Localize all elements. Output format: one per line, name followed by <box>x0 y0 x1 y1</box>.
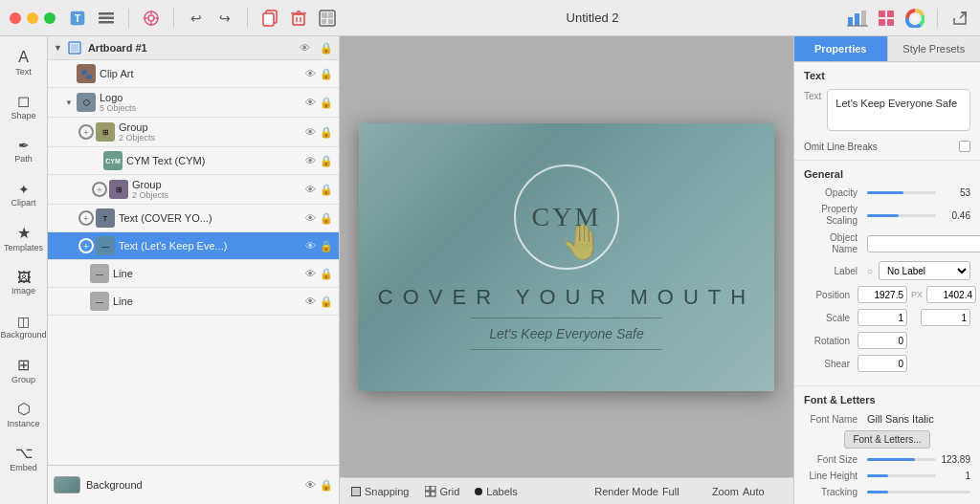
render-mode-select[interactable]: Full Draft <box>662 486 697 497</box>
layer-item-clip-art[interactable]: 🐾 Clip Art 👁 🔒 <box>48 60 339 88</box>
layer-item-group2[interactable]: + ⊞ Group 2 Objects 👁 🔒 <box>48 175 339 205</box>
text-section-title: Text <box>804 70 970 81</box>
label-select[interactable]: No Label <box>879 261 970 280</box>
copy-icon[interactable] <box>259 8 280 29</box>
text-tool-icon[interactable]: T <box>67 8 88 29</box>
close-button[interactable] <box>10 12 21 24</box>
templates-tool[interactable]: ★ Templates <box>3 218 45 260</box>
visibility-icon[interactable]: 👁 <box>305 126 316 139</box>
text-preview-box[interactable]: Let's Keep Everyone Safe <box>827 89 970 131</box>
visibility-icon[interactable]: 👁 <box>305 296 316 308</box>
lock-icon[interactable]: 🔒 <box>320 184 333 196</box>
clipart-tool[interactable]: ✦ Clipart <box>3 174 45 216</box>
shape-tool[interactable]: ◻ Shape <box>3 86 45 128</box>
layer-item-cym-text[interactable]: CYM CYM Text (CYM) 👁 🔒 <box>48 147 339 175</box>
layer-item-line1[interactable]: — Line 👁 🔒 <box>48 260 339 288</box>
layer-item-logo[interactable]: ▼ ⬡ Logo 5 Objects 👁 🔒 <box>48 88 339 118</box>
export-icon[interactable] <box>317 8 338 29</box>
instance-tool[interactable]: ⬡ Instance <box>3 394 45 436</box>
svg-rect-24 <box>855 13 859 26</box>
object-name-row: Object Name <box>804 232 970 255</box>
lock-icon[interactable]: 🔒 <box>320 68 333 80</box>
line-height-slider[interactable] <box>867 474 936 477</box>
rotation-input[interactable] <box>858 332 907 349</box>
tab-style-presets[interactable]: Style Presets <box>888 36 981 61</box>
layer-plus-icon[interactable]: + <box>78 210 94 226</box>
artboard-header[interactable]: ▼ Artboard #1 👁 🔒 <box>48 36 339 60</box>
labels-item[interactable]: Labels <box>475 486 517 497</box>
image-tool[interactable]: 🖼 Image <box>3 262 45 304</box>
zoom-select[interactable]: Auto 100% 50% <box>743 486 782 497</box>
artboard[interactable]: CYM 🤚 COVER YOUR MOUTH Let's Keep Everyo… <box>359 123 774 391</box>
maximize-button[interactable] <box>44 12 56 24</box>
text-field-label: Text <box>804 89 821 101</box>
svg-rect-30 <box>887 19 894 26</box>
layer-plus-icon[interactable]: + <box>78 124 94 140</box>
shear-input[interactable] <box>858 355 907 372</box>
visibility-icon[interactable]: 👁 <box>305 97 316 109</box>
group-tool[interactable]: ⊞ Group <box>3 350 45 392</box>
lock-icon[interactable]: 🔒 <box>320 296 333 308</box>
text-tool[interactable]: A Text <box>3 42 45 84</box>
canvas-area[interactable]: CYM 🤚 COVER YOUR MOUTH Let's Keep Everyo… <box>340 36 793 477</box>
lock-icon[interactable]: 🔒 <box>320 155 333 167</box>
tracking-slider[interactable] <box>867 491 970 493</box>
color-wheel-icon[interactable] <box>904 8 925 29</box>
undo-button[interactable]: ↩ <box>186 8 207 29</box>
grid-item[interactable]: Grid <box>425 486 460 497</box>
font-size-row: Font Size 123.89 <box>804 454 970 465</box>
layers-icon[interactable] <box>96 8 117 29</box>
target-icon[interactable] <box>141 8 162 29</box>
font-letters-button[interactable]: Font & Letters... <box>844 430 929 449</box>
layer-item-line2[interactable]: — Line 👁 🔒 <box>48 288 339 316</box>
text-section: Text Text Let's Keep Everyone Safe Omit … <box>794 62 980 161</box>
redo-button[interactable]: ↪ <box>214 8 235 29</box>
expand-icon: ▼ <box>65 99 77 107</box>
chart-icon[interactable] <box>847 8 868 29</box>
grid-icon[interactable] <box>876 8 897 29</box>
layer-plus-icon[interactable]: + <box>92 182 107 197</box>
artboard-lock-icon[interactable]: 🔒 <box>320 42 333 55</box>
lock-icon[interactable]: 🔒 <box>320 240 333 252</box>
visibility-icon[interactable]: 👁 <box>305 68 316 80</box>
object-name-label: Object Name <box>804 232 863 255</box>
visibility-icon[interactable]: 👁 <box>305 212 316 225</box>
position-x-input[interactable] <box>858 286 907 303</box>
lock-icon[interactable]: 🔒 <box>320 268 333 280</box>
layer-item-group1[interactable]: + ⊞ Group 2 Objects 👁 🔒 <box>48 118 339 147</box>
visibility-icon[interactable]: 👁 <box>305 184 316 196</box>
svg-rect-13 <box>293 14 304 25</box>
clip-art-thumb: 🐾 <box>77 64 96 83</box>
font-size-slider[interactable] <box>867 458 936 461</box>
scale-x-input[interactable] <box>858 309 907 326</box>
artboard-visibility-icon[interactable]: 👁 <box>300 42 310 54</box>
visibility-icon[interactable]: 👁 <box>305 268 316 280</box>
background-lock-icon[interactable]: 🔒 <box>320 479 333 492</box>
object-name-input[interactable] <box>867 235 980 252</box>
lock-icon[interactable]: 🔒 <box>320 212 333 225</box>
snapping-label: Snapping <box>365 486 410 497</box>
visibility-icon[interactable]: 👁 <box>305 240 316 252</box>
lock-icon[interactable]: 🔒 <box>320 97 333 109</box>
embed-tool[interactable]: ⌥ Embed <box>3 438 45 480</box>
lock-icon[interactable]: 🔒 <box>320 126 333 139</box>
tab-properties[interactable]: Properties <box>794 36 888 61</box>
layer-plus-icon[interactable]: + <box>78 238 94 253</box>
layer-item-text-cover[interactable]: + T Text (COVER YO...) 👁 🔒 <box>48 205 339 232</box>
minimize-button[interactable] <box>27 12 38 24</box>
labels-label: Labels <box>486 486 517 497</box>
delete-icon[interactable] <box>288 8 309 29</box>
background-visibility-icon[interactable]: 👁 <box>305 479 316 492</box>
background-layer-item[interactable]: Background 👁 🔒 <box>54 473 333 496</box>
opacity-slider[interactable] <box>867 191 936 194</box>
omit-line-breaks-checkbox[interactable] <box>959 141 970 152</box>
scale-y-input[interactable] <box>921 309 970 326</box>
share-icon[interactable] <box>949 8 970 29</box>
position-y-input[interactable] <box>926 286 976 303</box>
snapping-item[interactable]: Snapping <box>351 486 410 497</box>
property-scaling-slider[interactable] <box>867 214 936 217</box>
path-tool[interactable]: ✒ Path <box>3 130 45 172</box>
background-tool[interactable]: ◫ Background <box>3 306 45 348</box>
layer-item-text-lets[interactable]: + — Text (Let's Keep Eve...) 👁 🔒 <box>48 232 339 260</box>
visibility-icon[interactable]: 👁 <box>305 155 316 167</box>
